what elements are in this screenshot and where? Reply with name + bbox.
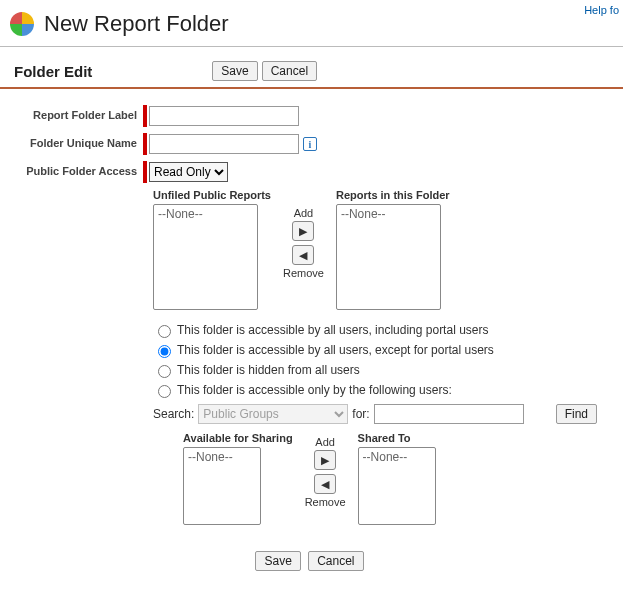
app-logo-icon [8,10,36,38]
unfiled-listbox[interactable]: --None-- [153,204,258,310]
available-listbox[interactable]: --None-- [183,447,261,525]
remove-button[interactable]: ◀ [292,245,314,265]
unfiled-heading: Unfiled Public Reports [153,189,271,201]
folder-label-input[interactable] [149,106,299,126]
radio-label-2: This folder is accessible by all users, … [177,343,494,357]
info-icon[interactable]: i [303,137,317,151]
sharing-dual-list: Available for Sharing --None-- Add ▶ ◀ R… [183,432,615,525]
available-heading: Available for Sharing [183,432,293,444]
form-area: Report Folder Label Folder Unique Name i… [0,89,623,533]
label-public-access: Public Folder Access [8,165,143,178]
remove-button-2[interactable]: ◀ [314,474,336,494]
row-public-access: Public Folder Access Read Only [8,161,615,183]
search-group-select[interactable]: Public Groups [198,404,348,424]
search-label: Search: [153,407,194,421]
required-indicator [143,133,147,155]
radio-all-except-portal[interactable]: This folder is accessible by all users, … [153,340,615,360]
label-unique-name: Folder Unique Name [8,137,143,150]
add-label: Add [294,207,314,219]
arrow-right-icon: ▶ [321,454,329,467]
remove-label-2: Remove [305,496,346,508]
radio-label-4: This folder is accessible only by the fo… [177,383,452,397]
row-folder-label: Report Folder Label [8,105,615,127]
folder-reports-heading: Reports in this Folder [336,189,450,201]
shared-to-heading: Shared To [358,432,436,444]
radio-input-3[interactable] [158,365,171,378]
reports-dual-list: Unfiled Public Reports --None-- Add ▶ ◀ … [153,189,615,310]
radio-hidden[interactable]: This folder is hidden from all users [153,360,615,380]
label-folder-label: Report Folder Label [8,109,143,122]
page-title: New Report Folder [44,11,229,37]
arrow-left-icon: ◀ [321,478,329,491]
radio-specific-users[interactable]: This folder is accessible only by the fo… [153,380,615,400]
unique-name-input[interactable] [149,134,299,154]
add-label-2: Add [315,436,335,448]
radio-input-1[interactable] [158,325,171,338]
radio-input-4[interactable] [158,385,171,398]
add-button[interactable]: ▶ [292,221,314,241]
find-button[interactable]: Find [556,404,597,424]
section-bar: Folder Edit Save Cancel [0,47,623,89]
for-label: for: [352,407,369,421]
save-button-bottom[interactable]: Save [255,551,300,571]
folder-reports-listbox[interactable]: --None-- [336,204,441,310]
radio-label-3: This folder is hidden from all users [177,363,360,377]
reports-transfer: Add ▶ ◀ Remove [271,189,336,279]
add-button-2[interactable]: ▶ [314,450,336,470]
page-header: New Report Folder Help fo [0,0,623,46]
help-link[interactable]: Help fo [584,4,619,16]
radio-label-1: This folder is accessible by all users, … [177,323,488,337]
required-indicator [143,161,147,183]
remove-label: Remove [283,267,324,279]
sharing-transfer: Add ▶ ◀ Remove [293,432,358,508]
access-radio-group: This folder is accessible by all users, … [153,320,615,400]
arrow-left-icon: ◀ [299,249,307,262]
public-access-select[interactable]: Read Only [149,162,228,182]
arrow-right-icon: ▶ [299,225,307,238]
radio-all-including-portal[interactable]: This folder is accessible by all users, … [153,320,615,340]
row-unique-name: Folder Unique Name i [8,133,615,155]
cancel-button-bottom[interactable]: Cancel [308,551,363,571]
required-indicator [143,105,147,127]
search-row: Search: Public Groups for: Find [153,404,615,424]
cancel-button-top[interactable]: Cancel [262,61,317,81]
save-button-top[interactable]: Save [212,61,257,81]
search-for-input[interactable] [374,404,524,424]
section-title: Folder Edit [14,63,92,80]
footer-buttons: Save Cancel [0,533,623,587]
radio-input-2[interactable] [158,345,171,358]
shared-to-listbox[interactable]: --None-- [358,447,436,525]
